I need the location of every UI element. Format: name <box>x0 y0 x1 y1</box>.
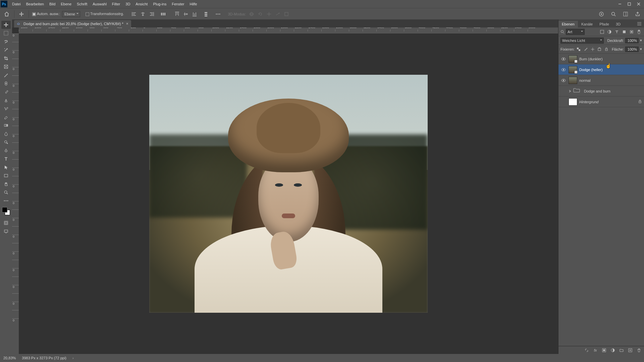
magic-wand-tool[interactable] <box>1 46 11 54</box>
layer-name[interactable]: Dodge (heller) <box>579 68 642 72</box>
layer-row[interactable]: Dodge and burn <box>558 86 644 97</box>
new-adjustment-icon[interactable] <box>610 347 616 353</box>
layer-row[interactable]: Hintergrund <box>558 97 644 107</box>
eraser-tool[interactable] <box>1 113 11 121</box>
canvas[interactable] <box>19 34 558 354</box>
new-layer-icon[interactable] <box>627 347 633 353</box>
layer-name[interactable]: Dodge and burn <box>584 89 642 93</box>
menu-fenster[interactable]: Fenster <box>169 0 187 8</box>
layer-name[interactable]: Burn (dunkler) <box>579 57 642 61</box>
status-flyout-icon[interactable]: › <box>72 356 74 360</box>
type-tool[interactable] <box>1 155 11 163</box>
align-vcenter-icon[interactable] <box>182 10 190 18</box>
healing-brush-tool[interactable] <box>1 79 11 87</box>
layer-name[interactable]: normal <box>579 78 642 82</box>
menu-ebene[interactable]: Ebene <box>58 0 74 8</box>
workspace-switcher-icon[interactable] <box>622 10 629 18</box>
menu-bild[interactable]: Bild <box>47 0 58 8</box>
filter-shape-icon[interactable] <box>621 29 627 35</box>
lock-transparency-icon[interactable] <box>576 46 582 52</box>
link-layers-icon[interactable] <box>584 347 590 353</box>
menu-ansicht[interactable]: Ansicht <box>133 0 150 8</box>
lock-all-icon[interactable] <box>603 46 609 52</box>
group-disclosure-icon[interactable] <box>569 89 571 93</box>
chevron-down-icon[interactable]: ▾ <box>640 38 642 43</box>
menu-plug-ins[interactable]: Plug-ins <box>150 0 169 8</box>
menu-auswahl[interactable]: Auswahl <box>90 0 109 8</box>
filter-smart-icon[interactable] <box>629 29 635 35</box>
zoom-level[interactable]: 20,83% <box>3 356 16 360</box>
panel-tab-3d[interactable]: 3D <box>612 21 624 27</box>
align-left-icon[interactable] <box>130 10 138 18</box>
layer-thumbnail[interactable] <box>569 77 577 84</box>
layer-effects-icon[interactable]: fx <box>592 347 598 353</box>
delete-layer-icon[interactable] <box>636 347 642 353</box>
panel-tab-pfade[interactable]: Pfade <box>596 21 612 27</box>
transform-controls-checkbox[interactable]: Transformationsstrg. <box>86 12 124 16</box>
layer-thumbnail[interactable] <box>569 98 577 106</box>
auto-select-checkbox[interactable]: Autom. ausw.: <box>32 12 60 16</box>
foreground-color-swatch[interactable] <box>2 207 7 213</box>
layer-filter-dropdown[interactable]: Art <box>566 29 585 35</box>
blend-mode-dropdown[interactable]: Weiches Licht <box>560 38 604 44</box>
distribute-vertical-icon[interactable] <box>202 10 210 18</box>
minimize-button[interactable] <box>615 1 625 7</box>
add-mask-icon[interactable] <box>601 347 607 353</box>
layer-visibility-toggle[interactable] <box>560 77 567 83</box>
move-tool-icon[interactable] <box>18 10 25 18</box>
clone-stamp-tool[interactable] <box>1 96 11 104</box>
brush-tool[interactable] <box>1 88 11 96</box>
layer-visibility-toggle[interactable] <box>560 88 567 94</box>
more-tools-icon[interactable] <box>1 197 11 205</box>
layer-visibility-toggle[interactable] <box>560 56 567 62</box>
opacity-input[interactable] <box>625 38 639 43</box>
crop-tool[interactable] <box>1 54 11 62</box>
filter-toggle-switch[interactable] <box>636 29 642 35</box>
chevron-down-icon[interactable]: ▾ <box>640 47 642 51</box>
layer-visibility-toggle[interactable] <box>560 99 567 105</box>
quick-mask-toggle[interactable] <box>1 219 11 227</box>
menu-hilfe[interactable]: Hilfe <box>187 0 200 8</box>
lock-icon[interactable] <box>638 100 642 104</box>
zoom-tool[interactable] <box>1 188 11 196</box>
lasso-tool[interactable] <box>1 38 11 46</box>
menu-filter[interactable]: Filter <box>109 0 123 8</box>
distribute-spacing-icon[interactable] <box>159 10 167 18</box>
frame-tool[interactable] <box>1 63 11 71</box>
align-right-icon[interactable] <box>148 10 155 18</box>
panel-tab-kanäle[interactable]: Kanäle <box>578 21 596 27</box>
panel-tab-ebenen[interactable]: Ebenen <box>558 21 578 27</box>
document-tab[interactable]: Dodge and burn.psdc bei 20,8% (Dodge (he… <box>14 20 131 27</box>
lock-artboard-icon[interactable] <box>597 46 602 52</box>
filter-type-icon[interactable] <box>614 29 620 35</box>
history-brush-tool[interactable] <box>1 105 11 113</box>
path-select-tool[interactable] <box>1 163 11 171</box>
filter-adjust-icon[interactable] <box>606 29 612 35</box>
eyedropper-tool[interactable] <box>1 71 11 79</box>
layer-row[interactable]: normal <box>558 75 644 86</box>
horizontal-ruler[interactable] <box>19 27 558 34</box>
menu-3d[interactable]: 3D <box>123 0 133 8</box>
lock-pixels-icon[interactable] <box>583 46 589 52</box>
search-icon[interactable] <box>610 10 617 18</box>
new-group-icon[interactable] <box>619 347 625 353</box>
layer-thumbnail[interactable] <box>569 66 577 73</box>
layer-name[interactable]: Hintergrund <box>579 100 636 104</box>
align-top-icon[interactable] <box>173 10 181 18</box>
lock-position-icon[interactable] <box>590 46 595 52</box>
vertical-ruler[interactable]: 000000000000000000 <box>12 34 19 354</box>
fill-input[interactable] <box>625 47 639 52</box>
cloud-docs-icon[interactable] <box>598 10 605 18</box>
screen-mode-toggle[interactable] <box>1 227 11 235</box>
move-tool[interactable] <box>1 21 11 29</box>
maximize-button[interactable] <box>625 1 634 7</box>
close-button[interactable] <box>634 1 643 7</box>
menu-bearbeiten[interactable]: Bearbeiten <box>23 0 47 8</box>
home-button[interactable] <box>3 10 11 18</box>
marquee-tool[interactable] <box>1 29 11 37</box>
layer-visibility-toggle[interactable] <box>560 67 567 73</box>
auto-select-target-dropdown[interactable]: Ebene <box>62 11 80 17</box>
foreground-background-colors[interactable] <box>1 206 11 216</box>
align-hcenter-icon[interactable] <box>139 10 147 18</box>
share-icon[interactable] <box>634 10 641 18</box>
